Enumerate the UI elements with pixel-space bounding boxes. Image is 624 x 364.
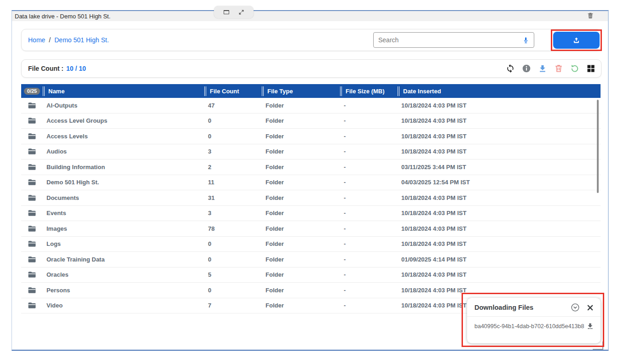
table-row[interactable]: Documents 31 Folder - 10/18/2024 4:03 PM… bbox=[21, 190, 601, 206]
cell-date-inserted: 10/18/2024 4:03 PM IST bbox=[398, 148, 601, 155]
column-header-date-inserted[interactable]: Date Inserted bbox=[398, 86, 601, 96]
cell-file-size: - bbox=[340, 256, 398, 263]
search-box bbox=[373, 32, 534, 48]
download-popup-highlight-box: Downloading Files ba40995c-94b1-4dab-b70… bbox=[462, 293, 604, 347]
cell-file-type: Folder bbox=[262, 287, 340, 294]
cell-file-type: Folder bbox=[262, 225, 340, 232]
table-row[interactable]: Access Levels 0 Folder - 10/18/2024 4:03… bbox=[21, 129, 601, 144]
toolbar bbox=[506, 64, 595, 73]
cell-file-size: - bbox=[340, 179, 398, 186]
grid-view-icon[interactable] bbox=[586, 64, 595, 73]
file-table: 0/25 Name File Count File Type File Size… bbox=[21, 84, 601, 313]
file-count-label: File Count : bbox=[28, 65, 64, 72]
table-row[interactable]: Access Level Groups 0 Folder - 10/18/202… bbox=[21, 114, 601, 129]
table-row[interactable]: Oracle Training Data 0 Folder - 01/09/20… bbox=[21, 252, 601, 267]
cell-file-type: Folder bbox=[262, 256, 340, 263]
cell-name: Logs bbox=[43, 240, 204, 247]
microphone-icon[interactable] bbox=[522, 36, 530, 44]
search-input[interactable] bbox=[378, 36, 522, 44]
folder-icon bbox=[21, 178, 43, 187]
cell-name: Access Level Groups bbox=[43, 117, 204, 124]
cell-file-count: 5 bbox=[204, 271, 262, 278]
cell-file-count: 0 bbox=[204, 256, 262, 263]
table-row[interactable]: Images 78 Folder - 10/18/2024 4:03 PM IS… bbox=[21, 221, 601, 237]
folder-icon bbox=[21, 101, 43, 110]
window-titlebar: Data lake drive - Demo 501 High St. bbox=[12, 11, 608, 21]
window-trash-icon[interactable] bbox=[587, 12, 594, 19]
cell-file-count: 0 bbox=[204, 240, 262, 247]
cell-date-inserted: 10/18/2024 4:03 PM IST bbox=[398, 240, 601, 247]
upload-highlight-box bbox=[551, 29, 602, 51]
table-row[interactable]: Audios 3 Folder - 10/18/2024 4:03 PM IST bbox=[21, 144, 601, 160]
folder-icon bbox=[21, 209, 43, 217]
filecount-bar: File Count : 10 / 10 bbox=[21, 59, 601, 78]
column-header-file-type[interactable]: File Type bbox=[262, 86, 340, 96]
cell-file-size: - bbox=[340, 225, 398, 232]
cell-file-count: 3 bbox=[204, 210, 262, 216]
table-scrollbar-thumb[interactable] bbox=[597, 100, 599, 193]
cell-file-size: - bbox=[340, 271, 398, 278]
upload-button[interactable] bbox=[553, 32, 600, 49]
breadcrumb-home-link[interactable]: Home bbox=[28, 36, 45, 44]
table-row[interactable]: Oracles 5 Folder - 10/18/2024 4:03 PM IS… bbox=[21, 267, 601, 283]
cell-name: Oracle Training Data bbox=[43, 256, 204, 263]
cell-file-type: Folder bbox=[262, 102, 340, 109]
cell-file-count: 7 bbox=[204, 302, 262, 309]
cell-file-type: Folder bbox=[262, 148, 340, 155]
cell-name: Events bbox=[43, 210, 204, 216]
download-popup: Downloading Files ba40995c-94b1-4dab-b70… bbox=[467, 298, 601, 343]
expand-window-icon[interactable] bbox=[238, 9, 244, 15]
close-icon[interactable] bbox=[586, 304, 594, 312]
folder-icon bbox=[21, 239, 43, 248]
cell-file-count: 11 bbox=[204, 179, 262, 186]
restore-icon[interactable] bbox=[570, 64, 579, 73]
cell-date-inserted: 04/03/2025 12:54 PM IST bbox=[398, 179, 601, 186]
cell-file-count: 2 bbox=[204, 164, 262, 171]
download-icon[interactable] bbox=[538, 64, 547, 73]
cell-file-size: - bbox=[340, 240, 398, 247]
cell-file-size: - bbox=[340, 117, 398, 124]
cell-date-inserted: 03/11/2025 3:44 PM IST bbox=[398, 164, 601, 171]
folder-icon bbox=[21, 116, 43, 125]
refresh-icon[interactable] bbox=[506, 64, 515, 73]
upload-icon bbox=[572, 36, 581, 45]
download-item-row: ba40995c-94b1-4dab-b702-610dd5e413b8 bbox=[467, 317, 601, 330]
table-row[interactable]: Logs 0 Folder - 10/18/2024 4:03 PM IST bbox=[21, 237, 601, 252]
cell-name: Images bbox=[43, 225, 204, 232]
folder-icon bbox=[21, 301, 43, 310]
cell-file-type: Folder bbox=[262, 117, 340, 124]
table-scrollbar bbox=[597, 99, 599, 314]
page: Data lake drive - Demo 501 High St. Home… bbox=[0, 0, 624, 364]
folder-icon bbox=[21, 147, 43, 156]
download-file-name: ba40995c-94b1-4dab-b702-610dd5e413b8 bbox=[474, 323, 586, 330]
cell-file-count: 47 bbox=[204, 102, 262, 109]
cell-date-inserted: 10/18/2024 4:03 PM IST bbox=[398, 102, 601, 109]
info-icon[interactable] bbox=[522, 64, 531, 73]
cell-file-size: - bbox=[340, 194, 398, 201]
folder-icon bbox=[21, 132, 43, 141]
table-row[interactable]: Demo 501 High St. 11 Folder - 04/03/2025… bbox=[21, 175, 601, 191]
chevron-down-circle-icon[interactable] bbox=[571, 303, 580, 312]
table-row[interactable]: AI-Outputs 47 Folder - 10/18/2024 4:03 P… bbox=[21, 98, 601, 114]
breadcrumb-current-link[interactable]: Demo 501 High St. bbox=[54, 36, 109, 44]
file-count-value: 10 / 10 bbox=[66, 65, 86, 72]
folder-icon bbox=[21, 163, 43, 171]
window-title: Data lake drive - Demo 501 High St. bbox=[15, 13, 110, 20]
cell-file-type: Folder bbox=[262, 194, 340, 201]
cell-date-inserted: 10/18/2024 4:03 PM IST bbox=[398, 271, 601, 278]
cell-name: AI-Outputs bbox=[43, 102, 204, 109]
column-header-name[interactable]: Name bbox=[43, 86, 204, 96]
table-row[interactable]: Events 3 Folder - 10/18/2024 4:03 PM IST bbox=[21, 206, 601, 222]
download-popup-title: Downloading Files bbox=[474, 304, 571, 311]
cell-file-size: - bbox=[340, 148, 398, 155]
cell-file-type: Folder bbox=[262, 164, 340, 171]
cell-file-count: 0 bbox=[204, 133, 262, 140]
restore-window-icon[interactable] bbox=[224, 10, 229, 14]
cell-file-size: - bbox=[340, 287, 398, 294]
cell-file-size: - bbox=[340, 164, 398, 171]
file-download-icon[interactable] bbox=[586, 322, 594, 330]
column-header-file-size[interactable]: File Size (MB) bbox=[340, 86, 398, 96]
delete-icon[interactable] bbox=[554, 64, 563, 73]
table-row[interactable]: Building Information 2 Folder - 03/11/20… bbox=[21, 159, 601, 175]
column-header-file-count[interactable]: File Count bbox=[204, 86, 262, 96]
